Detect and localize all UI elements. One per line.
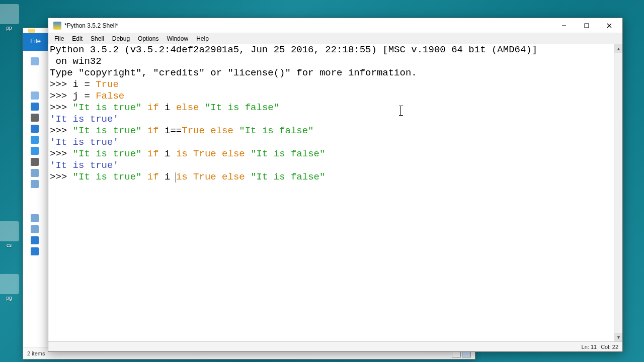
- scroll-down-button[interactable]: ▼: [614, 333, 622, 341]
- prompt: >>>: [50, 79, 73, 90]
- status-col: Col: 22: [601, 344, 618, 350]
- desktop-icon[interactable]: pp: [0, 4, 21, 31]
- menu-file[interactable]: File: [50, 34, 68, 43]
- nav-item-icon[interactable]: [31, 214, 39, 222]
- desktop-icon[interactable]: cs: [0, 221, 21, 248]
- prompt: >>>: [50, 102, 73, 113]
- desktop-icon-label: pp: [6, 25, 12, 31]
- status-bar: Ln: 11 Col: 22: [48, 341, 622, 351]
- title-bar[interactable]: *Python 3.5.2 Shell*: [48, 18, 622, 33]
- folder-icon: [28, 29, 35, 33]
- status-line: Ln: 11: [582, 344, 597, 350]
- menu-shell[interactable]: Shell: [87, 34, 108, 43]
- drive-icon[interactable]: [31, 169, 39, 177]
- output-line: 'It is true': [50, 160, 119, 171]
- item-count: 2 items: [27, 350, 45, 356]
- documents-icon[interactable]: [31, 125, 39, 133]
- network-icon[interactable]: [31, 236, 39, 244]
- prompt: >>>: [50, 171, 73, 183]
- scroll-up-button[interactable]: ▲: [614, 44, 622, 53]
- desktop-icon-label: pg: [6, 295, 12, 301]
- menu-help[interactable]: Help: [192, 34, 213, 43]
- prompt: >>>: [50, 148, 73, 159]
- svg-rect-1: [585, 24, 589, 28]
- maximize-button[interactable]: [575, 19, 598, 33]
- this-pc-icon[interactable]: [31, 114, 39, 122]
- explorer-quick-access: [23, 51, 46, 350]
- minimize-button[interactable]: [552, 19, 575, 33]
- app-icon: [0, 274, 19, 294]
- mouse-ibeam-cursor: [400, 106, 401, 116]
- shell-editor[interactable]: Python 3.5.2 (v3.5.2:4def2a2901a5, Jun 2…: [48, 44, 614, 341]
- python-icon: [53, 22, 61, 30]
- nav-item-icon[interactable]: [31, 225, 39, 233]
- homegroup-icon[interactable]: [31, 247, 39, 255]
- close-button[interactable]: [598, 19, 620, 33]
- window-title: *Python 3.5.2 Shell*: [64, 22, 552, 29]
- output-line: 'It is true': [50, 137, 119, 148]
- banner-text: Type "copyright", "credits" or "license(…: [50, 67, 417, 78]
- vertical-scrollbar[interactable]: ▲ ▼: [614, 44, 622, 341]
- banner-text: Python 3.5.2 (v3.5.2:4def2a2901a5, Jun 2…: [50, 44, 537, 55]
- idle-shell-window: *Python 3.5.2 Shell* File Edit Shell Deb…: [48, 18, 623, 352]
- banner-text: on win32: [50, 56, 102, 67]
- explorer-file-tab[interactable]: File: [23, 33, 48, 51]
- drive-icon[interactable]: [31, 180, 39, 188]
- app-icon: [0, 221, 19, 241]
- menu-edit[interactable]: Edit: [68, 34, 87, 43]
- menu-debug[interactable]: Debug: [108, 34, 134, 43]
- output-line: 'It is true': [50, 114, 119, 125]
- menu-options[interactable]: Options: [134, 34, 163, 43]
- videos-icon[interactable]: [31, 158, 39, 166]
- quick-access-icon[interactable]: [31, 92, 39, 100]
- menu-window[interactable]: Window: [163, 34, 192, 43]
- downloads-icon[interactable]: [31, 136, 39, 144]
- pin-icon[interactable]: [31, 57, 39, 65]
- menu-bar: File Edit Shell Debug Options Window Hel…: [48, 33, 622, 44]
- app-icon: [0, 4, 19, 24]
- desktop-icon[interactable]: pg: [0, 274, 21, 301]
- music-icon[interactable]: [31, 147, 39, 155]
- desktop-icon-label: cs: [7, 242, 12, 248]
- prompt: >>>: [50, 90, 73, 102]
- onedrive-icon[interactable]: [31, 103, 39, 111]
- prompt: >>>: [50, 125, 73, 136]
